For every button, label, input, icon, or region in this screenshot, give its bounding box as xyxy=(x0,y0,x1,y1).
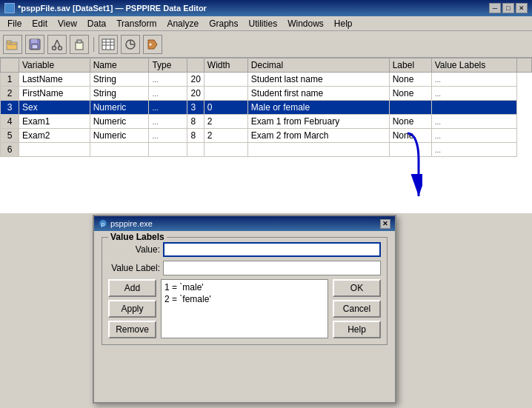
cell-name[interactable]: FirstName xyxy=(19,87,90,101)
col-header-name[interactable]: Name xyxy=(90,58,149,73)
cell-label[interactable]: Exam 1 from February xyxy=(247,115,389,129)
label-button[interactable] xyxy=(143,35,162,54)
cell-name[interactable]: LastName xyxy=(19,73,90,87)
paste-button[interactable] xyxy=(70,35,89,54)
menu-edit[interactable]: Edit xyxy=(27,18,52,30)
ok-button[interactable]: OK xyxy=(333,279,381,297)
col-header-decimal[interactable]: Decimal xyxy=(247,58,389,73)
cell-type-dots[interactable] xyxy=(149,143,187,157)
cell-value-labels[interactable]: None xyxy=(389,129,431,143)
cell-name[interactable] xyxy=(19,143,90,157)
cell-name[interactable]: Exam1 xyxy=(19,115,90,129)
menu-help[interactable]: Help xyxy=(330,18,357,30)
cell-label[interactable]: Student first name xyxy=(247,87,389,101)
minimize-button[interactable]: ─ xyxy=(489,3,501,13)
save-button[interactable] xyxy=(25,35,44,54)
cell-type[interactable] xyxy=(90,143,149,157)
svg-line-7 xyxy=(54,40,57,47)
cell-vl-dots[interactable]: ... xyxy=(431,87,516,101)
cell-type-dots[interactable]: ... xyxy=(149,73,187,87)
cell-label[interactable]: Male or female xyxy=(247,101,389,115)
value-label-input[interactable] xyxy=(163,261,381,275)
menu-file[interactable]: File xyxy=(3,18,26,30)
apply-button[interactable]: Apply xyxy=(108,300,156,318)
cell-value-labels[interactable]: None xyxy=(389,73,431,87)
menu-graphs[interactable]: Graphs xyxy=(205,18,242,30)
table-row[interactable]: 1 LastName String ... 20 Student last na… xyxy=(1,73,532,87)
table-row[interactable]: 3 Sex Numeric ... 3 0 Male or female xyxy=(1,101,532,115)
open-button[interactable] xyxy=(3,35,22,54)
cell-width[interactable]: 3 xyxy=(187,101,204,115)
cell-vl-dots[interactable]: ... xyxy=(431,115,516,129)
menu-transform[interactable]: Transform xyxy=(112,18,161,30)
dialog-lower-section: Add Apply Remove 1 = `male'2 = `female' … xyxy=(108,279,381,338)
cell-width[interactable]: 20 xyxy=(187,87,204,101)
cell-value-labels[interactable] xyxy=(389,101,431,115)
close-button[interactable]: ✕ xyxy=(516,3,528,13)
cell-decimal[interactable] xyxy=(204,87,247,101)
table-row[interactable]: 6 ... xyxy=(1,143,532,157)
menu-view[interactable]: View xyxy=(53,18,82,30)
window-controls: ─ □ ✕ xyxy=(489,3,528,13)
menu-analyze[interactable]: Analyze xyxy=(162,18,203,30)
cell-type[interactable]: String xyxy=(90,87,149,101)
value-input[interactable] xyxy=(163,242,381,257)
cell-width[interactable] xyxy=(187,143,204,157)
cell-type-dots[interactable]: ... xyxy=(149,87,187,101)
cell-decimal[interactable]: 2 xyxy=(204,129,247,143)
cell-decimal[interactable] xyxy=(204,143,247,157)
row-number: 3 xyxy=(1,101,19,115)
cell-label[interactable]: Exam 2 from March xyxy=(247,129,389,143)
remove-button[interactable]: Remove xyxy=(108,321,156,338)
cell-vl-dots[interactable]: ... xyxy=(431,143,516,157)
cell-vl-dots[interactable]: ... xyxy=(431,129,516,143)
cell-decimal[interactable]: 0 xyxy=(204,101,247,115)
col-header-value-labels[interactable]: Value Labels xyxy=(431,58,516,73)
maximize-button[interactable]: □ xyxy=(502,3,514,13)
cell-vl-dots[interactable] xyxy=(431,101,516,115)
svg-rect-4 xyxy=(32,44,38,49)
cell-width[interactable]: 8 xyxy=(187,115,204,129)
table-row[interactable]: 4 Exam1 Numeric ... 8 2 Exam 1 from Febr… xyxy=(1,115,532,129)
cell-value-labels[interactable]: None xyxy=(389,115,431,129)
cell-decimal[interactable] xyxy=(204,73,247,87)
cell-decimal[interactable]: 2 xyxy=(204,115,247,129)
cell-name[interactable]: Sex xyxy=(19,101,90,115)
col-header-label[interactable]: Label xyxy=(389,58,431,73)
values-list[interactable]: 1 = `male'2 = `female' xyxy=(161,279,328,338)
cell-type-dots[interactable]: ... xyxy=(149,115,187,129)
cell-vl-dots[interactable]: ... xyxy=(431,73,516,87)
cell-value-labels[interactable]: None xyxy=(389,87,431,101)
col-header-type[interactable]: Type xyxy=(149,58,187,73)
cell-value-labels[interactable] xyxy=(389,143,431,157)
cell-width[interactable]: 8 xyxy=(187,129,204,143)
cancel-button[interactable]: Cancel xyxy=(333,300,381,318)
menu-data[interactable]: Data xyxy=(83,18,110,30)
cell-type-dots[interactable]: ... xyxy=(149,129,187,143)
table-row[interactable]: 5 Exam2 Numeric ... 8 2 Exam 2 from Marc… xyxy=(1,129,532,143)
cell-type[interactable]: Numeric xyxy=(90,115,149,129)
cell-label[interactable] xyxy=(247,143,389,157)
cell-type[interactable]: Numeric xyxy=(90,101,149,115)
analyze-button[interactable] xyxy=(121,35,140,54)
col-header-width[interactable]: Width xyxy=(204,58,247,73)
cut-button[interactable] xyxy=(47,35,67,54)
help-button[interactable]: Help xyxy=(333,321,381,338)
data-editor-button[interactable] xyxy=(99,35,118,54)
menu-windows[interactable]: Windows xyxy=(283,18,328,30)
cell-name[interactable]: Exam2 xyxy=(19,129,90,143)
cell-type[interactable]: Numeric xyxy=(90,129,149,143)
cell-type[interactable]: String xyxy=(90,73,149,87)
table-row[interactable]: 2 FirstName String ... 20 Student first … xyxy=(1,87,532,101)
cell-type-dots[interactable]: ... xyxy=(149,101,187,115)
svg-rect-10 xyxy=(77,40,82,43)
menu-utilities[interactable]: Utilities xyxy=(244,18,282,30)
dialog-title-left: p psppire.exe xyxy=(99,219,153,228)
col-header-variable[interactable]: Variable xyxy=(19,58,90,73)
cell-width[interactable]: 20 xyxy=(187,73,204,87)
right-button-group: OK Cancel Help xyxy=(333,279,381,338)
dialog-close-button[interactable]: ✕ xyxy=(380,219,390,229)
add-button[interactable]: Add xyxy=(108,279,156,297)
cell-label[interactable]: Student last name xyxy=(247,73,389,87)
values-list-item: 2 = `female' xyxy=(164,293,325,305)
